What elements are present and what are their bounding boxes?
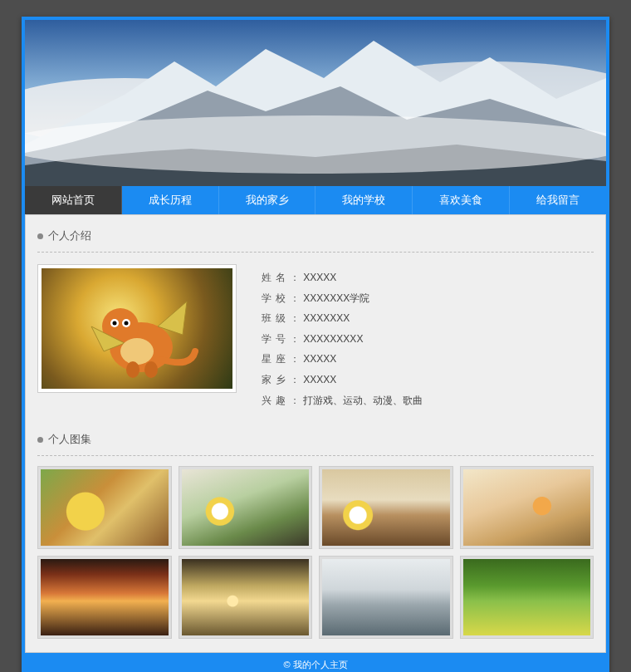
- gallery-thumb[interactable]: [37, 466, 172, 549]
- intro-body: 姓 名：XXXXX 学 校：XXXXXXX学院 班 级：XXXXXXX 学 号：…: [37, 253, 594, 427]
- gallery-thumb[interactable]: [319, 466, 453, 549]
- bullet-icon: [37, 437, 43, 443]
- field-value: XXXXXXXXX: [303, 329, 363, 350]
- section-title-text: 个人介绍: [48, 228, 91, 243]
- header-banner: [25, 20, 606, 186]
- section-title-text: 个人图集: [48, 432, 91, 447]
- field-value: 打游戏、运动、动漫、歌曲: [303, 390, 423, 411]
- section-title-gallery: 个人图集: [37, 427, 594, 456]
- nav-label: 我的学校: [342, 194, 385, 206]
- page-container: 网站首页 成长历程 我的家乡 我的学校 喜欢美食 给我留言 个人介绍: [22, 17, 609, 672]
- footer-text: © 我的个人主页: [283, 660, 347, 670]
- thumb-image: [322, 559, 450, 635]
- separator: ：: [286, 370, 303, 390]
- profile-row-zodiac: 星 座：XXXXX: [262, 349, 594, 370]
- thumb-image: [182, 559, 310, 635]
- thumb-image: [182, 469, 310, 546]
- nav-item-food[interactable]: 喜欢美食: [413, 186, 510, 214]
- content-area: 个人介绍: [25, 214, 606, 653]
- thumb-image: [41, 559, 169, 635]
- gallery-thumb[interactable]: [37, 556, 172, 639]
- mountain-illustration: [25, 20, 606, 186]
- nav-label: 网站首页: [51, 194, 95, 206]
- gallery-thumb[interactable]: [460, 466, 594, 549]
- field-value: XXXXX: [303, 267, 336, 288]
- svg-point-7: [113, 321, 117, 326]
- field-value: XXXXX: [303, 349, 336, 370]
- profile-row-hobby: 兴 趣：打游戏、运动、动漫、歌曲: [262, 390, 594, 411]
- nav-item-guestbook[interactable]: 给我留言: [510, 186, 606, 214]
- profile-row-hometown: 家 乡：XXXXX: [262, 370, 594, 390]
- nav-item-home[interactable]: 网站首页: [25, 186, 122, 214]
- profile-row-name: 姓 名：XXXXX: [262, 267, 594, 288]
- separator: ：: [286, 267, 303, 288]
- nav-item-growth[interactable]: 成长历程: [122, 186, 219, 214]
- nav-label: 给我留言: [536, 194, 580, 206]
- profile-row-class: 班 级：XXXXXXX: [262, 308, 594, 329]
- field-label: 家 乡: [262, 370, 286, 390]
- field-label: 兴 趣: [262, 390, 286, 411]
- separator: ：: [286, 288, 303, 309]
- gallery-thumb[interactable]: [319, 556, 453, 639]
- gallery-grid: [37, 456, 594, 644]
- thumb-image: [322, 469, 450, 546]
- svg-point-12: [144, 361, 158, 378]
- field-label: 学 校: [262, 288, 286, 309]
- separator: ：: [286, 390, 303, 411]
- thumb-image: [41, 469, 169, 546]
- profile-row-school: 学 校：XXXXXXX学院: [262, 288, 594, 309]
- field-label: 星 座: [262, 349, 286, 370]
- field-value: XXXXXXX学院: [303, 288, 369, 309]
- nav-label: 成长历程: [149, 194, 192, 206]
- thumb-image: [463, 559, 591, 635]
- gallery-thumb[interactable]: [179, 556, 313, 639]
- profile-row-id: 学 号：XXXXXXXXX: [262, 329, 594, 350]
- nav-label: 我的家乡: [246, 194, 289, 206]
- svg-point-10: [120, 338, 154, 365]
- field-value: XXXXXXX: [303, 308, 350, 329]
- dragon-illustration: [42, 268, 232, 389]
- section-title-intro: 个人介绍: [37, 223, 594, 253]
- separator: ：: [286, 308, 303, 329]
- gallery-thumb[interactable]: [179, 466, 313, 549]
- avatar-image: [42, 268, 232, 389]
- field-label: 学 号: [262, 329, 286, 350]
- nav-item-school[interactable]: 我的学校: [316, 186, 413, 214]
- field-label: 姓 名: [262, 267, 286, 288]
- gallery-thumb[interactable]: [460, 556, 594, 639]
- svg-point-9: [125, 321, 129, 326]
- svg-point-3: [25, 115, 606, 174]
- nav-label: 喜欢美食: [439, 194, 482, 206]
- avatar-frame: [37, 264, 237, 393]
- main-nav: 网站首页 成长历程 我的家乡 我的学校 喜欢美食 给我留言: [25, 186, 606, 214]
- profile-info-list: 姓 名：XXXXX 学 校：XXXXXXX学院 班 级：XXXXXXX 学 号：…: [262, 264, 594, 410]
- nav-item-hometown[interactable]: 我的家乡: [219, 186, 316, 214]
- separator: ：: [286, 349, 303, 370]
- bullet-icon: [37, 233, 43, 239]
- svg-point-11: [126, 361, 139, 378]
- separator: ：: [286, 329, 303, 350]
- field-value: XXXXX: [303, 370, 336, 390]
- field-label: 班 级: [262, 308, 286, 329]
- thumb-image: [463, 469, 591, 546]
- page-footer: © 我的个人主页: [25, 653, 606, 672]
